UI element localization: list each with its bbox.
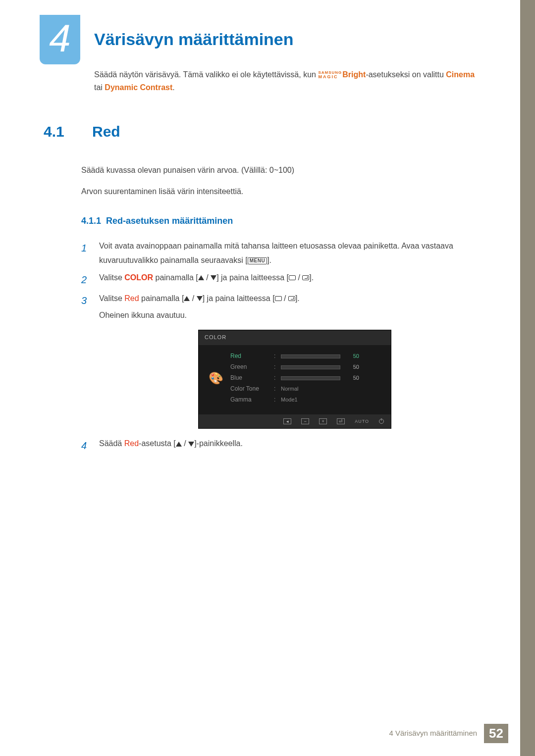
text: -asetusta [ [139,439,176,448]
osd-label: Green [230,362,270,373]
subsection-header: 4.1.1 Red-asetuksen määrittäminen [81,216,481,226]
red-label: Red [124,294,139,302]
colon: : [274,362,277,373]
intro-text-1: Säädä näytön värisävyä. Tämä valikko ei … [94,70,318,79]
step-number: 3 [81,292,90,434]
section-header: 4.1 Red [44,123,481,140]
section-p2: Arvon suurentaminen lisää värin intensit… [81,184,481,199]
step-text: Säädä Red-asetusta [ / ]-painikkeella. [99,437,243,454]
section-number: 4.1 [44,123,75,140]
text: ]. [267,256,271,264]
enter-button-icon [288,296,295,301]
step-number: 4 [81,437,90,454]
osd-label: Color Tone [230,384,270,395]
step-3-note: Oheinen ikkuna avautuu. [99,308,391,323]
steps-list: 1 Voit avata avainoppaan painamalla mitä… [81,239,481,454]
intro-text-3: . [172,83,174,92]
colon: : [274,373,277,384]
osd-screenshot: COLOR 🎨 Red : 50 [198,330,391,429]
bright-label: Bright [342,70,366,79]
osd-value: 50 [344,373,359,383]
step-2: 2 Valitse COLOR painamalla [ / ] ja pain… [81,271,481,289]
osd-list: Red : 50 Green : 50 [230,351,382,405]
page-number: 52 [484,724,508,743]
osd-title: COLOR [199,330,391,345]
footer-text: 4 Värisävyn määrittäminen [382,724,484,743]
intro-text-2: -asetukseksi on valittu [366,70,446,79]
osd-label: Blue [230,373,270,384]
text: Voit avata avainoppaan painamalla mitä t… [99,242,453,264]
osd-body: 🎨 Red : 50 Green [199,345,391,414]
magic-text: MAGIC [318,75,342,79]
down-arrow-icon [211,275,216,280]
text: painamalla [ [139,294,184,302]
osd-slider-blue [281,376,340,380]
osd-slider-red [281,354,340,358]
enter-button-icon [302,275,309,280]
step-text: Valitse COLOR painamalla [ / ] ja paina … [99,271,314,289]
text: ] ja paina laitteessa [ [203,294,275,302]
page-footer: 4 Värisävyn määrittäminen 52 [382,724,509,743]
colon: : [274,384,277,395]
source-button-icon [275,296,282,301]
step-number: 1 [81,239,90,268]
text: painamalla [ [153,273,198,282]
up-arrow-icon [198,275,204,280]
step-text: Valitse Red painamalla [ / ] ja paina la… [99,292,391,434]
colon: : [274,395,277,405]
osd-value: 50 [344,352,359,361]
osd-value: 50 [344,362,359,372]
up-arrow-icon [176,442,182,447]
chapter-title: Värisävyn määrittäminen [94,30,294,49]
osd-minus-icon: − [301,418,309,424]
text: Valitse [99,273,124,282]
section-title: Red [92,123,120,140]
osd-window: COLOR 🎨 Red : 50 [198,330,391,429]
step-3: 3 Valitse Red painamalla [ / ] ja paina … [81,292,481,434]
intro-or: tai [94,83,105,92]
text: ] ja paina laitteessa [ [216,273,289,282]
osd-auto-label: AUTO [355,417,369,425]
chapter-intro: Säädä näytön värisävyä. Tämä valikko ei … [94,68,481,94]
step-4: 4 Säädä Red-asetusta [ / ]-painikkeella. [81,437,481,454]
text: Säädä [99,439,124,448]
step-text: Voit avata avainoppaan painamalla mitä t… [99,239,481,268]
samsung-magic-logo: SAMSUNGMAGIC [318,71,342,79]
osd-plus-icon: + [319,418,327,424]
up-arrow-icon [184,296,190,301]
color-label: COLOR [124,273,153,282]
subsection-number: 4.1.1 [81,216,101,226]
osd-row-blue: Blue : 50 [230,373,382,384]
osd-label: Red [230,351,270,362]
text: ]. [309,273,314,282]
osd-label: Gamma [230,395,270,405]
section-body: Säädä kuvassa olevan punaisen värin arvo… [81,163,481,199]
cinema-label: Cinema [446,70,475,79]
menu-button-icon: MENU [248,257,267,264]
chapter-header: 4 Värisävyn määrittäminen [40,15,481,64]
osd-slider-green [281,365,340,369]
osd-row-red: Red : 50 [230,351,382,362]
step-1: 1 Voit avata avainoppaan painamalla mitä… [81,239,481,268]
down-arrow-icon [197,296,203,301]
text: ]-painikkeella. [194,439,243,448]
osd-left-panel: 🎨 [206,351,226,405]
red-label: Red [124,439,139,448]
text: Valitse [99,294,124,302]
osd-power-icon [379,419,384,424]
osd-back-icon: ◂ [283,418,291,424]
osd-footer: ◂ − + ⏎ AUTO [199,414,391,428]
subsection-title: Red-asetuksen määrittäminen [106,216,233,226]
osd-value: Normal [281,384,298,394]
palette-icon: 🎨 [209,367,223,389]
text: ]. [295,294,300,302]
dynamic-contrast-label: Dynamic Contrast [105,83,172,92]
step-number: 2 [81,271,90,289]
source-button-icon [289,275,296,280]
osd-enter-icon: ⏎ [337,418,345,424]
colon: : [274,351,277,362]
chapter-number-badge: 4 [40,15,80,64]
osd-row-color-tone: Color Tone : Normal [230,384,382,395]
osd-row-green: Green : 50 [230,362,382,373]
section-p1: Säädä kuvassa olevan punaisen värin arvo… [81,163,481,178]
